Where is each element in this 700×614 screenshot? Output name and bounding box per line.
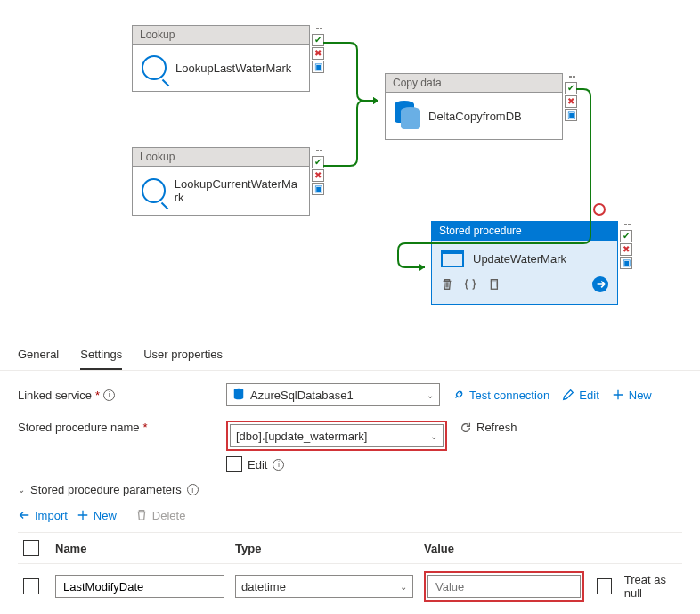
row-checkbox[interactable] (23, 578, 39, 594)
activity-lookup-current[interactable]: Lookup LookupCurrentWaterMark (132, 147, 310, 216)
copy-data-icon (395, 103, 419, 128)
activity-stored-procedure[interactable]: Stored procedure UpdateWaterMark (431, 221, 618, 305)
info-icon[interactable]: i (187, 484, 199, 495)
tab-settings[interactable]: Settings (80, 340, 122, 370)
edit-button[interactable]: Edit (562, 389, 598, 402)
info-icon[interactable]: i (273, 459, 284, 471)
stored-procedure-name-label: Stored procedure name * (18, 421, 214, 434)
stored-procedure-icon (441, 250, 464, 267)
delete-icon[interactable] (441, 278, 453, 293)
import-button[interactable]: Import (18, 509, 68, 522)
activity-type-label: Stored procedure (432, 222, 617, 241)
activity-name: LookupLastWaterMark (175, 61, 291, 75)
connector (323, 43, 386, 105)
param-value-input[interactable] (427, 575, 581, 598)
param-type-dropdown[interactable]: datetime ⌄ (235, 575, 413, 598)
property-tabs: General Settings User properties (0, 337, 700, 371)
chevron-down-icon: ⌄ (427, 390, 434, 400)
grid-header-row: Name Type Value (18, 532, 682, 564)
new-button[interactable]: New (612, 389, 652, 402)
arrow-circle-icon[interactable] (592, 276, 608, 295)
chevron-down-icon: ⌄ (18, 485, 25, 495)
status-handles[interactable]: ✔ ✖ ▣ (565, 76, 577, 121)
status-handles[interactable]: ✔ ✖ ▣ (312, 28, 324, 73)
param-row: datetime ⌄ Treat as null (18, 564, 682, 609)
refresh-button[interactable]: Refresh (460, 421, 517, 434)
activity-lookup-last[interactable]: Lookup LookupLastWaterMark (132, 25, 310, 92)
activity-name: DeltaCopyfromDB (428, 110, 522, 123)
chevron-down-icon: ⌄ (430, 431, 437, 441)
activity-name: LookupCurrentWaterMark (175, 177, 300, 204)
copy-icon[interactable] (487, 278, 500, 293)
lookup-icon (142, 178, 166, 203)
tab-user-properties[interactable]: User properties (143, 340, 223, 370)
treat-as-null-label: Treat as null (624, 573, 682, 600)
new-param-button[interactable]: New (77, 509, 117, 522)
col-header-name: Name (55, 542, 224, 555)
params-toolbar: Import New Delete (0, 498, 700, 532)
col-header-value: Value (424, 542, 682, 555)
linked-service-value: AzureSqlDatabase1 (250, 389, 421, 402)
linked-service-label: Linked service * i (18, 389, 214, 402)
select-all-checkbox[interactable] (23, 540, 39, 556)
status-handles[interactable]: ✔ ✖ ▣ (620, 224, 632, 269)
info-icon[interactable]: i (103, 389, 115, 401)
params-grid: Name Type Value datetime ⌄ Treat as null (0, 532, 700, 614)
tab-general[interactable]: General (18, 340, 59, 370)
activity-type-label: Lookup (133, 148, 309, 167)
sp-parameters-section-header[interactable]: ⌄ Stored procedure parameters i (0, 481, 700, 498)
pipeline-canvas[interactable]: Lookup LookupLastWaterMark ✔ ✖ ▣ Lookup … (0, 0, 700, 334)
activity-type-label: Lookup (133, 26, 309, 45)
activity-name: UpdateWaterMark (473, 252, 566, 266)
database-icon (232, 388, 245, 403)
treat-as-null-checkbox[interactable] (597, 578, 612, 594)
stored-procedure-name-value: [dbo].[update_watermark] (236, 430, 425, 443)
param-type-value: datetime (241, 580, 395, 594)
activity-copy-data[interactable]: Copy data DeltaCopyfromDB (385, 73, 563, 140)
divider (126, 505, 126, 525)
test-connection-button[interactable]: Test connection (452, 389, 549, 402)
edit-checkbox-label: Edit (248, 458, 267, 471)
settings-form: Linked service * i AzureSqlDatabase1 ⌄ T… (0, 371, 700, 481)
edit-checkbox[interactable] (226, 456, 242, 472)
delete-param-button: Delete (135, 509, 186, 522)
breakpoint-indicator[interactable] (593, 203, 606, 216)
linked-service-dropdown[interactable]: AzureSqlDatabase1 ⌄ (226, 383, 440, 406)
col-header-type: Type (235, 542, 413, 555)
svg-rect-0 (491, 282, 497, 289)
lookup-icon (142, 55, 167, 80)
stored-procedure-name-dropdown[interactable]: [dbo].[update_watermark] ⌄ (230, 424, 444, 447)
status-handles[interactable]: ✔ ✖ ▣ (312, 150, 324, 195)
param-name-input[interactable] (55, 575, 224, 598)
braces-icon[interactable] (464, 278, 476, 293)
activity-type-label: Copy data (386, 74, 562, 93)
connector (323, 101, 386, 168)
chevron-down-icon: ⌄ (400, 582, 407, 592)
